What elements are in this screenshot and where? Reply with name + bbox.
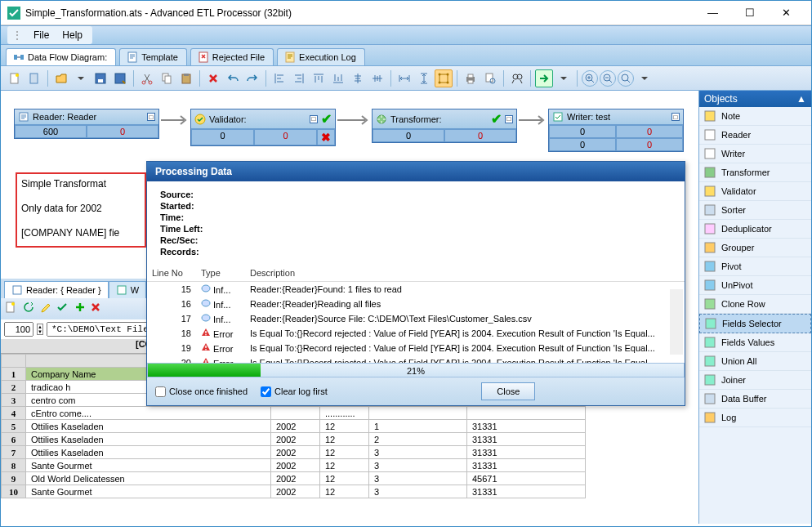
print-button[interactable]	[462, 69, 480, 87]
align-top-button[interactable]	[310, 69, 328, 87]
node-reader-pin[interactable]: □	[147, 113, 155, 121]
save-as-button[interactable]	[111, 69, 129, 87]
delete-button[interactable]	[204, 69, 222, 87]
object-item-grouper[interactable]: Grouper	[699, 239, 811, 257]
spinner-buttons[interactable]: ▲▼	[37, 324, 43, 335]
node-validator-pin[interactable]: □	[310, 115, 318, 123]
bottom-tab-reader[interactable]: Reader: { Reader }	[4, 281, 109, 298]
note-box[interactable]: Simple Transformat Only data for 2002 [C…	[16, 172, 146, 248]
object-item-transformer[interactable]: Transformer	[699, 163, 811, 182]
object-item-fields-selector[interactable]: Fields Selector	[699, 314, 811, 333]
align-bottom-button[interactable]	[329, 69, 347, 87]
grid-row[interactable]: 7Ottilies Kaseladen200212331331	[2, 446, 586, 459]
node-writer[interactable]: Writer: test □ 0 0 0 0	[548, 109, 684, 152]
unpivot-icon	[703, 279, 716, 292]
col-desc[interactable]: Description	[245, 265, 685, 282]
node-transformer-pin[interactable]: □	[505, 115, 513, 123]
log-row[interactable]: 16 Inf...Reader:{Reader}Reading all file…	[147, 297, 685, 311]
align-left-button[interactable]	[270, 69, 288, 87]
log-row[interactable]: 15 Inf...Reader:{Reader}Found: 1 files t…	[147, 282, 685, 297]
fit-width-button[interactable]	[395, 69, 413, 87]
log-table[interactable]: Line No Type Description 15 Inf...Reader…	[147, 265, 685, 363]
grid-row[interactable]: 8Sante Gourmet200212331331	[2, 459, 586, 472]
object-item-note[interactable]: Note	[699, 107, 811, 126]
log-row[interactable]: 18 ErrorIs Equal To:{}Record rejected : …	[147, 326, 685, 341]
menu-help[interactable]: Help	[57, 28, 87, 42]
template-new-button[interactable]	[25, 69, 43, 87]
object-item-data-buffer[interactable]: Data Buffer	[699, 390, 811, 409]
minimize-button[interactable]: —	[694, 2, 731, 25]
save-button[interactable]	[91, 69, 109, 87]
object-item-clone-row[interactable]: Clone Row	[699, 295, 811, 314]
grid-row[interactable]: 5Ottilies Kaseladen200212131331	[2, 420, 586, 433]
find-button[interactable]	[508, 69, 526, 87]
zoom-out-button[interactable]	[600, 70, 616, 87]
col-type[interactable]: Type	[196, 265, 245, 282]
grid-row[interactable]: 10Sante Gourmet200212331331	[2, 485, 586, 498]
zoom-fit-button[interactable]	[618, 70, 634, 87]
bottom-tab-w[interactable]: W	[109, 281, 146, 298]
align-right-button[interactable]	[290, 69, 308, 87]
node-reader[interactable]: Reader: Reader □ 600 0	[14, 109, 159, 139]
new-button[interactable]	[6, 69, 24, 87]
object-item-deduplicator[interactable]: Deduplicator	[699, 220, 811, 239]
run-dropdown[interactable]	[555, 69, 573, 87]
object-item-pivot[interactable]: Pivot	[699, 257, 811, 276]
undo-button[interactable]	[224, 69, 242, 87]
log-row[interactable]: 20 ErrorIs Equal To:{}Record rejected : …	[147, 355, 685, 363]
grid-row[interactable]: 6Ottilies Kaseladen200212231331	[2, 433, 586, 446]
object-item-sorter[interactable]: Sorter	[699, 201, 811, 220]
bt-refresh[interactable]	[22, 301, 35, 317]
log-row[interactable]: 19 ErrorIs Equal To:{}Record rejected : …	[147, 341, 685, 355]
bt-edit[interactable]	[40, 301, 53, 317]
bt-add[interactable]	[74, 301, 87, 317]
log-row[interactable]: 17 Inf...Reader:{Reader}Source File: C:\…	[147, 311, 685, 326]
row-spinner[interactable]	[4, 322, 33, 337]
bt-new[interactable]	[4, 301, 17, 317]
align-center-v-button[interactable]	[368, 69, 386, 87]
object-item-writer[interactable]: Writer	[699, 145, 811, 163]
zoom-in-button[interactable]	[582, 70, 598, 87]
copy-button[interactable]	[158, 69, 176, 87]
col-lineno[interactable]: Line No	[147, 265, 196, 282]
open-button[interactable]	[52, 69, 70, 87]
print-preview-button[interactable]	[481, 69, 499, 87]
grid-row[interactable]: 9Old World Delicatessen200212345671	[2, 472, 586, 485]
svg-rect-5	[286, 52, 294, 62]
chk-close-once[interactable]: Close once finished	[155, 386, 248, 397]
log-scrollbar[interactable]	[670, 289, 683, 355]
bt-validate[interactable]	[56, 301, 69, 317]
object-item-joiner[interactable]: Joiner	[699, 371, 811, 390]
tab-execution-log[interactable]: Execution Log	[277, 48, 365, 65]
snap-grid-button[interactable]	[435, 69, 453, 87]
object-item-log[interactable]: Log	[699, 409, 811, 427]
grid-row[interactable]: 4cEntro come................	[2, 407, 586, 420]
close-button[interactable]: ✕	[768, 2, 805, 25]
node-validator[interactable]: Validator: □ ✔ 0 0 ✖	[190, 109, 336, 146]
objects-header[interactable]: Objects ▲	[699, 91, 811, 107]
tab-rejected[interactable]: Rejected File	[190, 48, 274, 65]
lbl-timeleft: Time Left:	[160, 224, 671, 234]
fit-height-button[interactable]	[415, 69, 433, 87]
menu-file[interactable]: File	[29, 28, 54, 42]
cut-button[interactable]	[138, 69, 156, 87]
tab-template[interactable]: Template	[119, 48, 187, 65]
dropdown-open[interactable]	[72, 69, 90, 87]
object-item-reader[interactable]: Reader	[699, 126, 811, 145]
object-item-union-all[interactable]: Union All	[699, 352, 811, 371]
align-center-h-button[interactable]	[349, 69, 367, 87]
bt-remove[interactable]	[89, 301, 102, 317]
dialog-close-button[interactable]: Close	[481, 382, 535, 400]
object-item-validator[interactable]: Validator	[699, 182, 811, 201]
object-item-unpivot[interactable]: UnPivot	[699, 276, 811, 295]
chk-clear-log[interactable]: Clear log first	[261, 386, 328, 397]
node-transformer[interactable]: Transformer: ✔ □ 0 0	[372, 109, 517, 143]
tab-data-flow[interactable]: Data Flow Diagram:	[6, 48, 116, 65]
node-writer-pin[interactable]: □	[671, 113, 680, 121]
maximize-button[interactable]: ☐	[731, 2, 768, 25]
zoom-dropdown[interactable]	[636, 69, 654, 87]
object-item-fields-values[interactable]: Fields Values	[699, 333, 811, 352]
redo-button[interactable]	[243, 69, 261, 87]
run-button[interactable]	[535, 69, 553, 87]
paste-button[interactable]	[177, 69, 195, 87]
